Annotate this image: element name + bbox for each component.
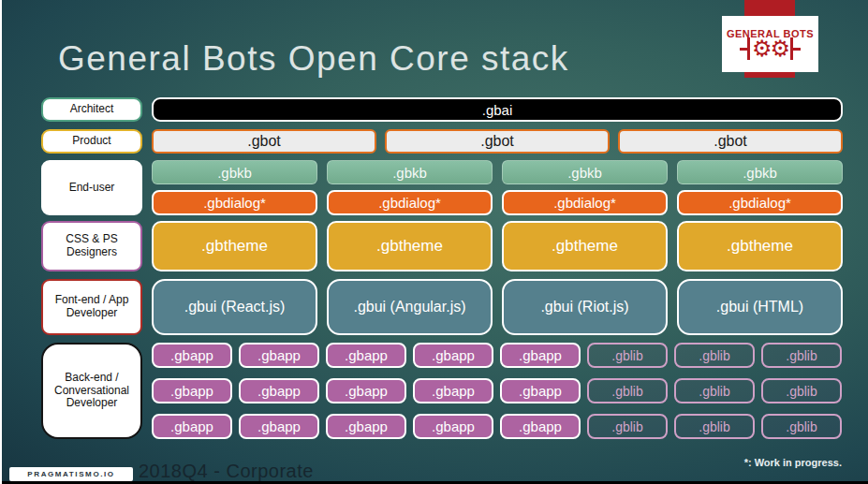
row-label-architect: Architect [41, 97, 142, 122]
gbapp-box: .gbapp [500, 378, 581, 403]
gbapp-box: .gbapp [500, 414, 581, 439]
gbapp-box: .gbapp [413, 343, 493, 368]
gbapp-box: .gbapp [500, 343, 581, 368]
gblib-box: .gblib [587, 414, 668, 439]
gbtheme-box: .gbtheme [677, 221, 843, 271]
pragmatismo-logo: PRAGMATISMO.IO [9, 467, 133, 481]
gear-line-right [793, 48, 801, 51]
gbapp-box: .gbapp [326, 414, 406, 439]
gbkb-box: .gbkb [677, 160, 843, 184]
gbdialog-box: .gbdialog* [502, 190, 668, 215]
gbui-angular-box: .gbui (Angular.js) [327, 279, 493, 335]
gbkb-box: .gbkb [152, 160, 317, 184]
gbai-box: .gbai [152, 97, 843, 122]
gbdialog-box: .gbdialog* [327, 190, 493, 215]
gbapp-box: .gbapp [326, 378, 406, 403]
gbapp-box: .gbapp [413, 378, 493, 403]
gbapp-box: .gbapp [239, 378, 319, 403]
gbapp-box: .gbapp [152, 378, 232, 403]
gbtheme-box: .gbtheme [327, 221, 493, 271]
gbapp-box: .gbapp [239, 343, 319, 368]
gbtheme-box: .gbtheme [502, 221, 668, 271]
gear-glyphs-icon: ⚙⚙ [750, 37, 790, 60]
gbui-riot-box: .gbui (Riot.js) [502, 279, 668, 335]
gbdialog-box: .gbdialog* [152, 190, 317, 215]
gbot-box: .gbot [618, 129, 843, 154]
gblib-box: .gblib [674, 414, 755, 439]
gbkb-box: .gbkb [327, 160, 493, 184]
row-label-css-ps-designers: CSS & PS Designers [41, 221, 142, 271]
gbapp-box: .gbapp [239, 414, 319, 439]
gbapp-box: .gbapp [152, 414, 232, 439]
gbapp-box: .gbapp [413, 414, 493, 439]
gbot-box: .gbot [385, 129, 610, 154]
gbtheme-box: .gbtheme [152, 221, 317, 271]
gblib-box: .gblib [761, 414, 842, 439]
gears-icon: ⚙⚙ [740, 37, 801, 60]
gblib-box: .gblib [674, 378, 755, 403]
gbui-html-box: .gbui (HTML) [677, 279, 843, 335]
row-label-product: Product [41, 129, 142, 154]
gblib-box: .gblib [761, 378, 842, 403]
gbdialog-box: .gbdialog* [677, 190, 843, 215]
row-label-backend-conversational-developer: Back-end / Conversational Developer [41, 343, 142, 439]
row-label-frontend-app-developer: Font-end / App Developer [41, 279, 142, 335]
gear-line-left [740, 48, 747, 51]
row-label-end-user: End-user [41, 160, 142, 215]
gblib-box: .gblib [761, 343, 842, 368]
general-bots-logo: GENERAL BOTS ⚙⚙ [722, 16, 818, 72]
footer-text: 2018Q4 - Corporate [139, 461, 314, 482]
gbkb-box: .gbkb [502, 160, 668, 184]
work-in-progress-footnote: *: Work in progress. [744, 457, 842, 468]
page-title: General Bots Open Core stack [58, 39, 569, 79]
gbui-react-box: .gbui (React.js) [152, 279, 317, 335]
gbot-box: .gbot [152, 129, 376, 154]
gblib-box: .gblib [674, 343, 755, 368]
slide: General Bots Open Core stack GENERAL BOT… [0, 0, 868, 484]
gbapp-box: .gbapp [152, 343, 232, 368]
gbapp-box: .gbapp [326, 343, 406, 368]
gblib-box: .gblib [587, 378, 668, 403]
gblib-box: .gblib [587, 343, 668, 368]
